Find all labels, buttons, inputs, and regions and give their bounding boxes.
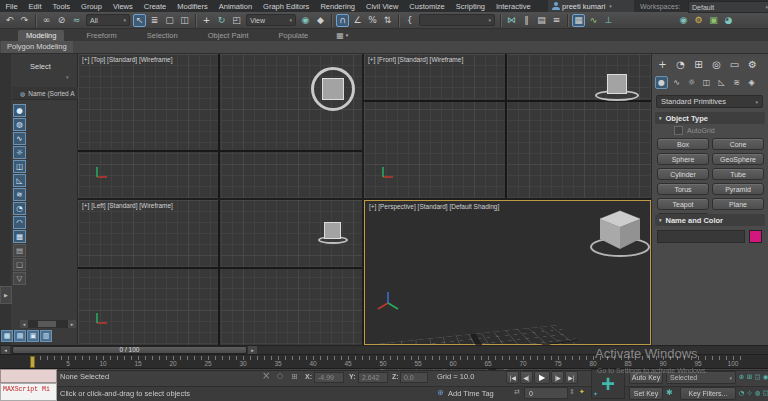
display-space-warps-icon[interactable]: ≋	[13, 188, 26, 201]
display-bones-icon[interactable]: ◠	[13, 216, 26, 229]
explorer-horizontal-scrollbar[interactable]: ◂ ▸	[20, 320, 76, 328]
viewport-perspective[interactable]: [+] [Perspective] [Standard] [Default Sh…	[364, 200, 651, 345]
zoom-extents-all-icon[interactable]: ◉	[762, 371, 768, 383]
selection-set-icon-2[interactable]: ▤	[14, 330, 26, 342]
ribbon-tab-object-paint[interactable]: Object Paint	[200, 30, 257, 41]
object-button-tube[interactable]: Tube	[712, 168, 764, 180]
selection-filter-dropdown[interactable]: All▾	[86, 14, 130, 26]
lights-category-icon[interactable]: ☼	[685, 76, 698, 89]
viewport-top-label[interactable]: [+] [Top] [Standard] [Wireframe]	[82, 56, 173, 63]
polygon-modeling-panel-tab[interactable]: Polygon Modeling	[1, 41, 73, 53]
space-warps-category-icon[interactable]: ≋	[730, 76, 743, 89]
autogrid-option[interactable]: AutoGrid	[674, 126, 715, 135]
menu-tools[interactable]: Tools	[47, 2, 76, 11]
schematic-view-icon[interactable]: ⊥	[602, 14, 615, 27]
viewport-front[interactable]: [+] [Front] [Standard] [Wireframe]	[364, 54, 651, 198]
macro-recorder-field[interactable]	[0, 369, 57, 383]
y-coordinate-field[interactable]: 2.642	[358, 372, 388, 383]
object-button-torus[interactable]: Torus	[657, 183, 709, 195]
named-selection-sets-dropdown[interactable]: ▾	[419, 14, 495, 26]
edit-named-selection-sets-icon[interactable]: {	[403, 14, 416, 27]
helpers-category-icon[interactable]: ◺	[715, 76, 728, 89]
viewport-left[interactable]: [+] [Left] [Standard] [Wireframe]	[78, 200, 362, 345]
angle-snap-icon[interactable]: ∠	[351, 14, 364, 27]
create-tab-icon[interactable]: +	[655, 57, 670, 71]
menu-scripting[interactable]: Scripting	[450, 2, 490, 11]
utilities-tab-icon[interactable]: ⚙	[745, 57, 760, 71]
undo-icon[interactable]: ↶	[3, 14, 16, 27]
redo-icon[interactable]: ↷	[18, 14, 31, 27]
isolate-selection-icon[interactable]: ○	[277, 372, 283, 380]
display-hidden-icon[interactable]: □	[13, 258, 26, 271]
current-frame-marker[interactable]	[30, 356, 35, 368]
viewport-perspective-label[interactable]: [+] [Perspective] [Standard] [Default Sh…	[369, 203, 499, 210]
ribbon-tab-freeform[interactable]: Freeform	[78, 30, 124, 41]
frame-spinner-icon[interactable]: ⇕	[569, 388, 575, 396]
shapes-category-icon[interactable]: ∿	[670, 76, 683, 89]
menu-animation[interactable]: Animation	[213, 2, 257, 11]
unlink-selection-icon[interactable]: ⊘	[55, 14, 68, 27]
orbit-icon[interactable]: ◍	[754, 387, 761, 399]
display-helpers-icon[interactable]: ◺	[13, 174, 26, 187]
next-frame-button[interactable]: |▶	[551, 371, 564, 384]
selection-set-icon-3[interactable]: ▣	[27, 330, 39, 342]
name-and-color-rollout[interactable]: ▾ Name and Color	[655, 214, 765, 226]
select-and-move-icon[interactable]: +	[200, 14, 213, 27]
display-materials-icon[interactable]: ◔	[13, 202, 26, 215]
previous-frame-button[interactable]: ◀|	[520, 371, 533, 384]
zoom-all-icon[interactable]: ⊞	[746, 371, 753, 383]
zoom-icon[interactable]: ⊕	[738, 371, 745, 383]
display-shapes-icon[interactable]: ∿	[13, 132, 26, 145]
toggle-layer-explorer-icon[interactable]: ≡	[550, 14, 563, 27]
menu-rendering[interactable]: Rendering	[315, 2, 361, 11]
systems-category-icon[interactable]: ◈	[745, 76, 758, 89]
primitives-dropdown[interactable]: Standard Primitives ▾	[656, 95, 763, 108]
bind-to-space-warp-icon[interactable]: ≈	[70, 14, 83, 27]
select-object-icon[interactable]: ↖	[133, 14, 146, 27]
x-coordinate-field[interactable]: -4.99	[314, 372, 344, 383]
character-icon[interactable]: ✱	[666, 388, 673, 397]
menu-customize[interactable]: Customize	[404, 2, 450, 11]
rendered-frame-window-icon[interactable]: ▣	[707, 14, 720, 27]
selection-set-icon-4[interactable]: ▥	[40, 330, 52, 342]
render-production-icon[interactable]: ◕	[722, 14, 735, 27]
z-coordinate-field[interactable]: 0.0	[400, 372, 428, 383]
display-lights-icon[interactable]: ☼	[13, 146, 26, 159]
key-mode-icon[interactable]: ✦	[579, 388, 585, 396]
object-button-cone[interactable]: Cone	[712, 138, 764, 150]
user-account[interactable]: preeti kumari ▾	[548, 0, 634, 12]
object-color-swatch[interactable]	[749, 230, 762, 243]
key-filters-button[interactable]: Key Filters...	[680, 387, 736, 400]
menu-group[interactable]: Group	[76, 2, 108, 11]
ribbon-tab-modeling[interactable]: Modeling	[18, 30, 64, 41]
menu-modifiers[interactable]: Modifiers	[172, 2, 213, 11]
display-objects-icon[interactable]: ●	[13, 104, 26, 117]
viewport-left-label[interactable]: [+] [Left] [Standard] [Wireframe]	[82, 202, 173, 209]
slider-left-icon[interactable]: ◂	[1, 346, 10, 354]
geometry-category-icon[interactable]: ●	[655, 76, 668, 89]
auto-key-button[interactable]: Auto Key	[629, 371, 663, 384]
viewport-front-label[interactable]: [+] [Front] [Standard] [Wireframe]	[368, 56, 463, 63]
menu-views[interactable]: Views	[107, 2, 138, 11]
explorer-column-header[interactable]: ◍ Name (Sorted A	[12, 87, 78, 100]
scroll-left-icon[interactable]: ◂	[20, 320, 28, 328]
go-to-start-button[interactable]: |◀	[506, 371, 519, 384]
use-pivot-center-icon[interactable]: ◉	[299, 14, 312, 27]
set-key-button[interactable]: Set Key	[629, 387, 663, 400]
select-by-name-icon[interactable]: ≣	[148, 14, 161, 27]
modify-tab-icon[interactable]: ◔	[673, 57, 688, 71]
key-mode-toggle-icon[interactable]: ⇄	[514, 388, 520, 396]
window-crossing-icon[interactable]: ◫	[178, 14, 191, 27]
display-cameras-icon[interactable]: ◫	[13, 160, 26, 173]
scroll-right-icon[interactable]: ▸	[68, 320, 76, 328]
object-button-box[interactable]: Box	[657, 138, 709, 150]
material-editor-icon[interactable]: ◉	[677, 14, 690, 27]
absolute-offset-icon[interactable]: ⊞	[291, 372, 298, 381]
cameras-category-icon[interactable]: ◫	[700, 76, 713, 89]
pan-icon[interactable]: ⊹	[746, 387, 753, 399]
display-groups-icon[interactable]: ◍	[13, 118, 26, 131]
curve-editor-icon[interactable]: ∿	[587, 14, 600, 27]
viewport-top[interactable]: [+] [Top] [Standard] [Wireframe]	[78, 54, 362, 198]
menu-interactive[interactable]: Interactive	[490, 2, 536, 11]
add-time-tag-button[interactable]: Add Time Tag	[448, 389, 494, 398]
